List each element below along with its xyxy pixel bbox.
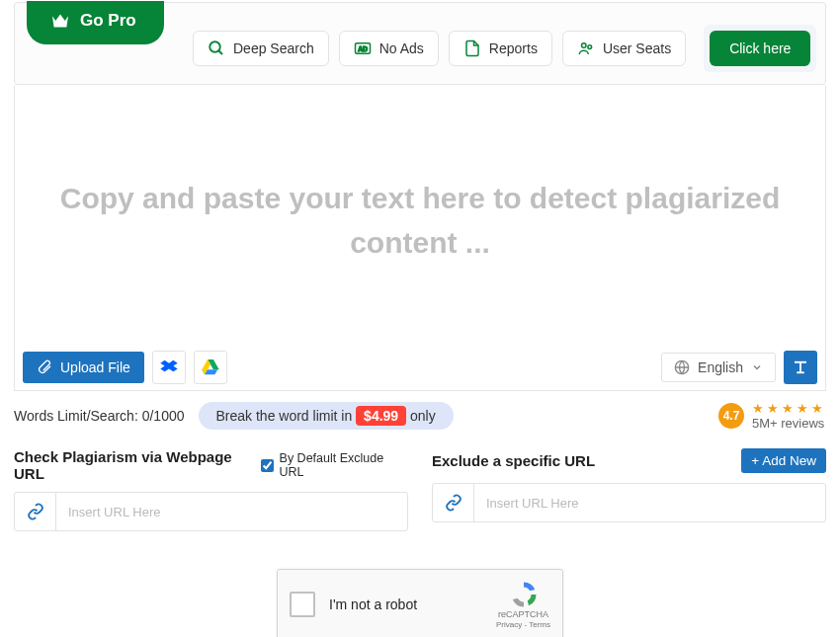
svg-point-5 <box>588 45 592 49</box>
add-new-button[interactable]: + Add New <box>741 448 826 473</box>
feature-label: Deep Search <box>233 40 314 56</box>
feature-group: Deep Search AD No Ads Reports User Seats… <box>193 25 816 72</box>
break-limit-pill[interactable]: Break the word limit in $4.99 only <box>199 402 454 430</box>
check-url-input[interactable] <box>56 505 407 519</box>
url-section: Check Plagiarism via Webpage URL By Defa… <box>0 440 840 543</box>
price-chip: $4.99 <box>356 406 406 426</box>
text-format-icon <box>792 358 809 376</box>
exclude-url-label: Exclude a specific URL <box>432 452 595 469</box>
svg-point-4 <box>581 43 586 48</box>
chevron-down-icon <box>751 361 763 373</box>
svg-line-1 <box>218 50 222 54</box>
search-icon <box>208 40 225 57</box>
recaptcha-icon <box>509 580 539 609</box>
attachment-icon <box>37 359 52 375</box>
check-url-label: Check Plagiarism via Webpage URL <box>14 448 261 482</box>
editor-box: Copy and paste your text here to detect … <box>14 85 826 391</box>
dropbox-button[interactable] <box>152 351 186 384</box>
recaptcha-box: I'm not a robot reCAPTCHA Privacy - Term… <box>277 569 563 637</box>
words-limit-text: Words Limit/Search: 0/1000 <box>14 408 185 424</box>
recaptcha-label: I'm not a robot <box>329 597 417 612</box>
dropbox-icon <box>160 359 178 375</box>
deep-search-feature[interactable]: Deep Search <box>193 31 329 66</box>
text-input[interactable] <box>15 85 825 345</box>
go-pro-tab[interactable]: Go Pro <box>27 1 164 44</box>
exclude-checkbox[interactable] <box>261 459 274 472</box>
check-url-input-wrap <box>14 492 408 531</box>
link-icon <box>27 503 44 520</box>
crown-icon <box>50 13 70 29</box>
exclude-url-input-wrap <box>432 483 826 522</box>
exclude-url-input[interactable] <box>474 496 825 511</box>
user-seats-feature[interactable]: User Seats <box>562 31 686 66</box>
feature-label: Reports <box>489 40 538 56</box>
svg-point-0 <box>210 41 220 52</box>
format-button[interactable] <box>784 351 817 384</box>
reviews-text: 5M+ reviews <box>752 416 826 431</box>
reports-icon <box>463 40 481 57</box>
link-icon-box <box>15 493 56 530</box>
upload-file-button[interactable]: Upload File <box>23 352 144 383</box>
svg-text:AD: AD <box>358 45 368 52</box>
exclude-url-col: Exclude a specific URL + Add New <box>432 448 826 531</box>
google-drive-button[interactable] <box>194 351 227 384</box>
no-ads-icon: AD <box>354 40 372 57</box>
stars-icon: ★★★★★ <box>752 401 826 416</box>
checkbox-label: By Default Exclude URL <box>280 451 408 479</box>
cta-wrap: Click here <box>704 25 816 72</box>
link-icon <box>445 494 462 512</box>
language-selector[interactable]: English <box>661 353 776 382</box>
recaptcha-checkbox[interactable] <box>290 592 315 617</box>
recaptcha-logo: reCAPTCHA Privacy - Terms <box>496 580 550 629</box>
feature-label: No Ads <box>379 40 424 56</box>
rating-block[interactable]: 4.7 ★★★★★ 5M+ reviews <box>718 401 826 431</box>
reports-feature[interactable]: Reports <box>449 31 552 66</box>
click-here-button[interactable]: Click here <box>710 31 810 66</box>
upload-label: Upload File <box>60 359 130 375</box>
go-pro-label: Go Pro <box>80 11 136 31</box>
link-icon-box <box>433 484 474 521</box>
feature-bar: Go Pro Deep Search AD No Ads Reports Use… <box>14 2 826 85</box>
rating-badge: 4.7 <box>718 403 744 429</box>
editor-toolbar: Upload File English <box>15 345 825 390</box>
check-url-col: Check Plagiarism via Webpage URL By Defa… <box>14 448 408 531</box>
globe-icon <box>674 359 690 375</box>
seats-icon <box>577 40 595 57</box>
captcha-wrap: I'm not a robot reCAPTCHA Privacy - Term… <box>0 569 840 637</box>
no-ads-feature[interactable]: AD No Ads <box>339 31 439 66</box>
language-label: English <box>698 359 743 375</box>
info-row: Words Limit/Search: 0/1000 Break the wor… <box>0 391 840 440</box>
feature-label: User Seats <box>603 40 671 56</box>
exclude-checkbox-wrap[interactable]: By Default Exclude URL <box>261 451 408 479</box>
drive-icon <box>202 359 219 375</box>
